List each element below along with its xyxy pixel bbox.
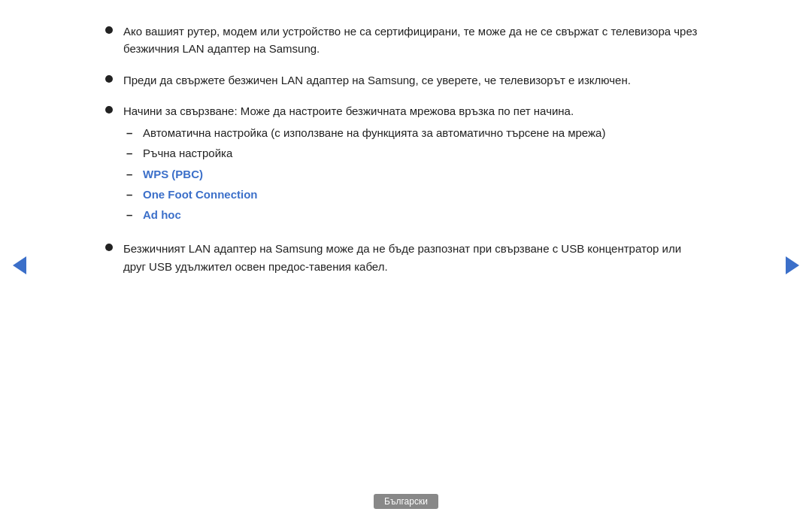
list-item: – WPS (PBC): [123, 165, 707, 183]
bullet-dot: [105, 244, 113, 251]
left-arrow-icon: [13, 256, 26, 274]
bullet-dot: [105, 26, 113, 34]
list-item: Преди да свържете безжичен LAN адаптер н…: [105, 71, 707, 89]
bullet-dot: [105, 106, 113, 114]
bullet-text: Начини за свързване: Може да настроите б…: [123, 102, 707, 227]
content-area: Ако вашият рутер, модем или устройство н…: [98, 23, 714, 494]
dash-icon: –: [126, 124, 135, 141]
bullet-text: Безжичният LAN адаптер на Samsung може д…: [123, 240, 707, 275]
sub-item-text: Автоматична настройка (с използване на ф…: [143, 124, 605, 141]
list-item: Безжичният LAN адаптер на Samsung може д…: [105, 240, 707, 275]
dash-icon: –: [126, 186, 135, 203]
dash-icon: –: [126, 206, 135, 223]
sub-item-text: Ръчна настройка: [143, 144, 232, 162]
list-item: – Ръчна настройка: [123, 144, 707, 162]
bullet-dot: [105, 75, 113, 83]
bullet-text: Ако вашият рутер, модем или устройство н…: [123, 23, 707, 58]
main-bullet-list: Ако вашият рутер, модем или устройство н…: [105, 23, 707, 275]
list-item: – Ad hoc: [123, 206, 707, 223]
ad-hoc-link[interactable]: Ad hoc: [143, 206, 181, 223]
dash-icon: –: [126, 144, 135, 162]
page-container: Ако вашият рутер, модем или устройство н…: [0, 0, 812, 530]
right-arrow-icon: [786, 256, 799, 274]
wps-pbc-link[interactable]: WPS (PBC): [143, 165, 203, 183]
bullet-text: Преди да свържете безжичен LAN адаптер н…: [123, 71, 707, 89]
list-item: Ако вашият рутер, модем или устройство н…: [105, 23, 707, 58]
sub-list: – Автоматична настройка (с използване на…: [123, 124, 707, 223]
dash-icon: –: [126, 165, 135, 183]
nav-arrow-left[interactable]: [9, 255, 30, 276]
list-item: – One Foot Connection: [123, 186, 707, 203]
list-item: – Автоматична настройка (с използване на…: [123, 124, 707, 141]
footer-bar: Български: [0, 494, 812, 515]
nav-arrow-right[interactable]: [782, 255, 803, 276]
language-badge: Български: [374, 494, 438, 509]
bullet-main-text: Начини за свързване: Може да настроите б…: [123, 104, 574, 117]
one-foot-connection-link[interactable]: One Foot Connection: [143, 186, 257, 203]
list-item: Начини за свързване: Може да настроите б…: [105, 102, 707, 227]
